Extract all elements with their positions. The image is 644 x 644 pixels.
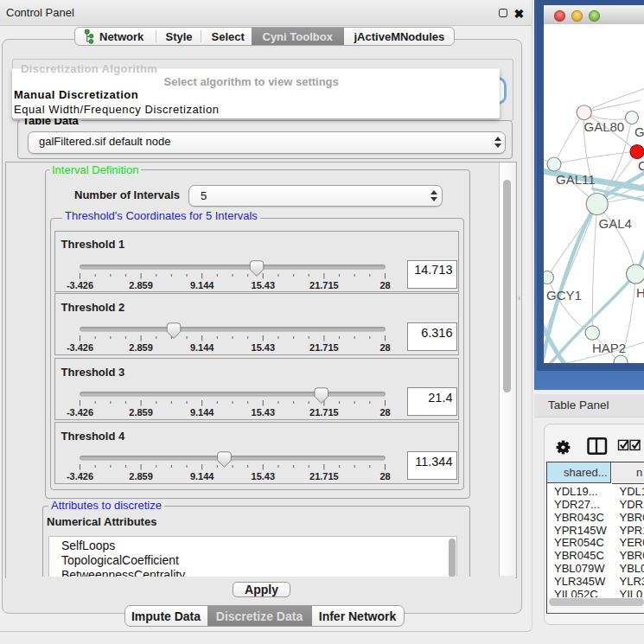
svg-text:GAL80: GAL80	[584, 119, 625, 134]
svg-text:21.715: 21.715	[309, 407, 339, 418]
svg-text:9.144: 9.144	[189, 342, 214, 353]
svg-text:H: H	[636, 285, 644, 300]
svg-text:2.859: 2.859	[129, 471, 153, 481]
svg-text:2.859: 2.859	[129, 279, 153, 290]
svg-text:HAP2: HAP2	[592, 341, 626, 355]
svg-text:15.43: 15.43	[251, 342, 275, 353]
svg-text:GA: GA	[634, 124, 644, 139]
svg-text:28: 28	[379, 471, 390, 481]
svg-text:21.715: 21.715	[309, 279, 339, 290]
svg-text:21.715: 21.715	[309, 471, 339, 481]
svg-text:C: C	[638, 158, 644, 173]
svg-text:15.43: 15.43	[251, 471, 275, 481]
svg-text:28: 28	[379, 342, 390, 353]
svg-text:28: 28	[379, 407, 390, 418]
svg-text:28: 28	[379, 279, 390, 290]
svg-text:2.859: 2.859	[129, 342, 153, 353]
svg-text:2.859: 2.859	[129, 407, 153, 418]
svg-text:GCY1: GCY1	[546, 288, 582, 303]
svg-text:9.144: 9.144	[189, 471, 214, 481]
svg-text:21.715: 21.715	[309, 342, 339, 353]
svg-text:9.144: 9.144	[189, 407, 214, 418]
svg-text:-3.426: -3.426	[66, 342, 92, 353]
svg-text:-3.426: -3.426	[66, 471, 92, 481]
svg-text:GAL11: GAL11	[556, 172, 596, 187]
svg-text:-3.426: -3.426	[66, 279, 92, 290]
svg-text:GAL4: GAL4	[599, 216, 632, 231]
svg-text:15.43: 15.43	[251, 407, 275, 418]
svg-text:15.43: 15.43	[251, 279, 275, 290]
svg-text:9.144: 9.144	[189, 279, 214, 290]
svg-text:-3.426: -3.426	[66, 407, 92, 418]
